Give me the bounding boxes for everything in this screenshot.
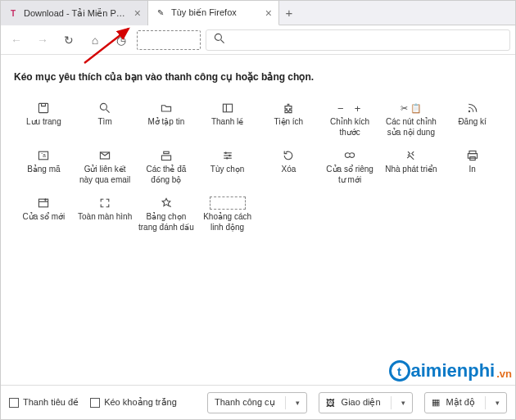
addons-icon [282, 99, 295, 117]
item-print[interactable]: In [442, 143, 502, 189]
item-addons[interactable]: Tiện ích [259, 96, 319, 142]
find-icon [98, 99, 111, 117]
search-icon [213, 32, 226, 47]
tab-customize[interactable]: ✎ Tùy biến Firefox × [148, 1, 279, 25]
instruction-text: Kéo mục yêu thích của bạn vào thanh công… [14, 71, 502, 83]
rss-icon [466, 99, 479, 117]
checkbox-icon [90, 398, 100, 408]
svg-point-4 [101, 103, 107, 110]
svg-point-8 [468, 111, 469, 112]
sidebars-icon [221, 99, 234, 117]
zoom-icon: − + [337, 99, 362, 117]
svg-line-5 [106, 110, 110, 113]
item-email-link[interactable]: Gửi liên kết này qua email [75, 143, 135, 189]
svg-rect-23 [39, 199, 48, 207]
synced-tabs-icon [160, 147, 173, 165]
chevron-down-icon: ▾ [401, 399, 405, 407]
paintbrush-icon: ✎ [155, 7, 166, 19]
save-page-icon [37, 99, 50, 117]
titlebar-checkbox[interactable]: Thanh tiêu đề [9, 397, 79, 408]
customize-panel: Kéo mục yêu thích của bạn vào thanh công… [1, 55, 515, 237]
item-open-file[interactable]: Mở tập tin [137, 96, 197, 142]
print-icon [466, 147, 479, 165]
watermark-text: aimienphi [411, 360, 496, 382]
site-favicon-icon: T [7, 7, 19, 19]
reload-button[interactable]: ↻ [58, 29, 79, 51]
item-find[interactable]: Tìm [75, 96, 135, 142]
svg-rect-12 [164, 151, 169, 153]
themes-icon: 🖼 [326, 398, 335, 408]
item-developer[interactable]: Nhà phát triển [382, 143, 441, 189]
item-edit-controls[interactable]: ✂ 📋 Các nút chỉnh sửa nội dung [382, 96, 441, 142]
close-icon[interactable]: × [265, 7, 272, 19]
svg-point-18 [229, 155, 230, 156]
search-box[interactable] [206, 29, 510, 51]
item-new-window[interactable]: Cửa sổ mới [14, 191, 74, 237]
item-zoom[interactable]: − + Chỉnh kích thước [320, 96, 380, 142]
bookmarks-menu-icon [160, 194, 173, 212]
forget-icon [282, 147, 295, 165]
density-icon: ▦ [432, 397, 440, 408]
watermark: t aimienphi .vn [389, 360, 512, 382]
item-fullscreen[interactable]: Toàn màn hình [75, 191, 135, 237]
urlbar-placeholder[interactable] [137, 30, 201, 50]
encoding-icon: ˇa [37, 147, 50, 165]
chevron-down-icon: ▾ [296, 399, 300, 407]
watermark-tld: .vn [496, 368, 512, 380]
item-sidebars[interactable]: Thanh lề [197, 96, 257, 142]
watermark-ring-icon: t [389, 360, 410, 382]
email-icon [98, 147, 111, 165]
private-window-icon [343, 147, 356, 165]
flexible-space-icon [210, 194, 246, 212]
history-button[interactable]: ◷ [111, 29, 132, 51]
new-window-icon [37, 194, 50, 212]
close-icon[interactable]: × [134, 7, 141, 19]
developer-icon [405, 147, 418, 165]
item-flexible-space[interactable]: Khoảng cách linh động [197, 191, 257, 237]
customize-grid: Lưu trang Tìm Mở tập tin Thanh lề Tiện í… [14, 96, 502, 237]
item-preferences[interactable]: Tùy chọn [197, 143, 257, 189]
item-private-window[interactable]: Cửa sổ riêng tư mới [320, 143, 380, 189]
tab-title: Download - Tải Miễn Phí VN - C [24, 8, 129, 19]
svg-point-19 [226, 157, 228, 159]
preferences-icon [221, 147, 234, 165]
svg-rect-3 [39, 103, 48, 112]
svg-point-0 [215, 34, 221, 40]
toolbars-dropdown[interactable]: Thanh công cụ ▾ [207, 392, 307, 413]
edit-controls-icon: ✂ 📋 [401, 99, 422, 117]
svg-rect-6 [223, 104, 232, 112]
item-synced-tabs[interactable]: Các thẻ đã đồng bộ [137, 143, 197, 189]
svg-point-17 [224, 152, 226, 154]
svg-rect-13 [161, 156, 170, 160]
themes-dropdown[interactable]: 🖼 Giao diện ▾ [319, 392, 413, 413]
nav-toolbar: ← → ↻ ⌂ ◷ [1, 25, 515, 55]
item-bookmarks-menu[interactable]: Bảng chọn trang đánh dấu [137, 191, 197, 237]
svg-text:ˇa: ˇa [42, 152, 47, 158]
item-encoding[interactable]: ˇa Bảng mã [14, 143, 74, 189]
item-subscribe[interactable]: Đăng kí [442, 96, 502, 142]
svg-line-1 [221, 40, 224, 43]
bottom-bar: Thanh tiêu đề Kéo khoảng trắng Thanh côn… [1, 385, 515, 419]
chevron-down-icon: ▾ [496, 399, 500, 407]
density-dropdown[interactable]: ▦ Mật độ ▾ [424, 392, 507, 413]
svg-rect-21 [468, 154, 477, 159]
tab-download[interactable]: T Download - Tải Miễn Phí VN - C × [1, 1, 148, 25]
fullscreen-icon [98, 194, 111, 212]
back-button[interactable]: ← [6, 29, 27, 51]
item-forget[interactable]: Xóa [259, 143, 319, 189]
checkbox-icon [9, 398, 19, 408]
forward-button[interactable]: → [32, 29, 53, 51]
home-button[interactable]: ⌂ [84, 29, 106, 51]
tab-title: Tùy biến Firefox [171, 7, 260, 18]
item-save-page[interactable]: Lưu trang [14, 96, 74, 142]
new-tab-button[interactable]: + [279, 1, 299, 25]
tab-strip: T Download - Tải Miễn Phí VN - C × ✎ Tùy… [1, 1, 515, 25]
dragspace-checkbox[interactable]: Kéo khoảng trắng [90, 397, 177, 408]
open-file-icon [160, 99, 173, 117]
